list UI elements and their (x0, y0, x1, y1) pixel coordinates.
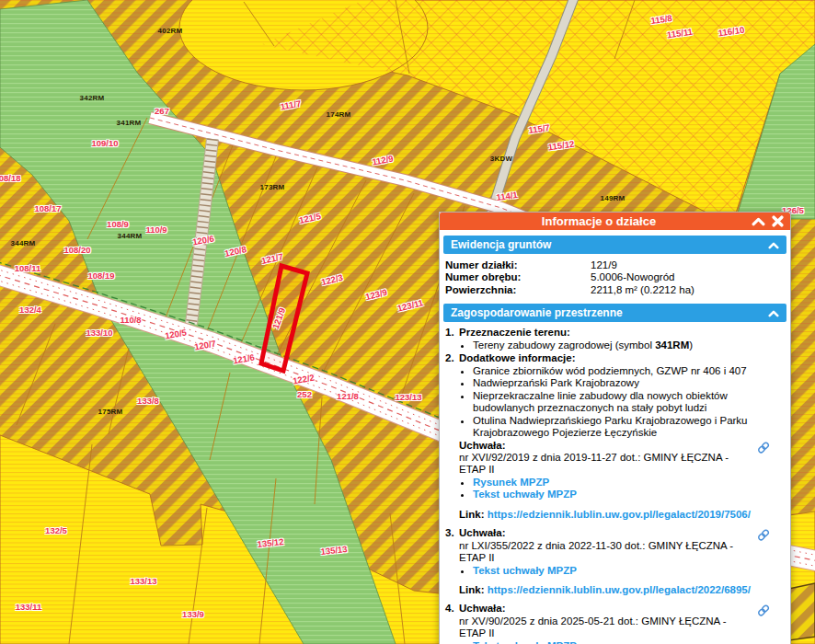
parcel-info-panel: Informacje o działce Ewidencja gruntów N… (439, 212, 791, 644)
zoning-entry: 1.Przeznaczenie terenu:Tereny zabudowy z… (445, 327, 785, 351)
section-zoning-title: Zagospodarowanie przestrzenne (451, 306, 768, 319)
resolution-heading: Uchwała: (459, 603, 755, 615)
zoning-list: 1.Przeznaczenie terenu:Tereny zabudowy z… (443, 326, 786, 644)
mpzp-link-item: Tekst uchwały MPZP (473, 489, 755, 500)
chevron-up-icon[interactable] (768, 309, 779, 317)
field-label: Powierzchnia: (445, 284, 591, 296)
entry-number: 1. (445, 327, 459, 351)
ewidencja-rows: Numer działki:121/9Numer obrębu:5.0006-N… (443, 258, 786, 302)
field-value: 121/9 (591, 259, 785, 271)
link-icon[interactable] (757, 441, 770, 454)
field-value: 5.0006-Nowogród (591, 271, 785, 283)
legal-act-link-row: Link: https://edziennik.lublin.uw.gov.pl… (459, 509, 755, 521)
entry-number: 4. (445, 603, 459, 644)
panel-header: Informacje o działce (440, 213, 790, 230)
ewidencja-row: Numer obrębu:5.0006-Nowogród (445, 271, 785, 283)
chevron-up-icon[interactable] (768, 241, 779, 249)
entry-bullet: Nieprzekraczalne linie zabudowy dla nowy… (473, 390, 768, 415)
mpzp-link[interactable]: Tekst uchwały MPZP (473, 640, 577, 644)
field-value: 2211,8 m² (0.2212 ha) (591, 284, 785, 296)
mpzp-link[interactable]: Tekst uchwały MPZP (473, 489, 577, 500)
close-icon[interactable] (772, 215, 784, 227)
mpzp-link-item: Rysunek MPZP (473, 477, 755, 489)
section-zoning-header[interactable]: Zagospodarowanie przestrzenne (443, 304, 786, 322)
resolution-heading: Uchwała: (459, 527, 755, 539)
zoning-entry: 4.Uchwała:nr XV/90/2025 z dnia 2025-05-2… (445, 603, 785, 644)
link-icon[interactable] (757, 528, 770, 542)
entry-number: 3. (445, 527, 459, 602)
zoning-entry: 2.Dodatkowe informacje:Granice zbiornikó… (445, 352, 785, 526)
entry-bullet: Tereny zabudowy zagrodowej (symbol 341RM… (473, 339, 768, 351)
entry-number: 2. (445, 352, 459, 526)
collapse-icon[interactable] (752, 216, 765, 226)
field-label: Numer obrębu: (445, 271, 591, 283)
ewidencja-row: Numer działki:121/9 (445, 259, 785, 271)
panel-title: Informacje o działce (446, 214, 752, 228)
zoning-entry: 3.Uchwała:nr LXI/355/2022 z dnia 2022-11… (445, 527, 785, 602)
legal-act-link[interactable]: https://edziennik.lublin.uw.gov.pl/legal… (488, 509, 751, 520)
resolution-number-line: nr XVI/92/2019 z dnia 2019-11-27 dot.: G… (459, 452, 755, 477)
resolution-number-line: nr LXI/355/2022 z dnia 2022-11-30 dot.: … (459, 540, 755, 565)
mpzp-link[interactable]: Rysunek MPZP (473, 477, 549, 488)
map-app-screen: 402RM342RM341RM174RM173RM3KDW149RM344RM3… (0, 0, 815, 644)
section-ewidencja-header[interactable]: Ewidencja gruntów (443, 236, 786, 254)
entry-bullet: Otulina Nadwieprzańskiego Parku Krajobra… (473, 415, 768, 440)
resolution-heading: Uchwała: (459, 440, 755, 452)
mpzp-link-item: Tekst uchwały MPZP (473, 640, 755, 644)
entry-bullet: Granice zbiorników wód podziemnych, GZWP… (473, 365, 768, 377)
legal-act-link[interactable]: https://edziennik.lublin.uw.gov.pl/legal… (488, 584, 751, 595)
legal-act-link-row: Link: https://edziennik.lublin.uw.gov.pl… (459, 584, 755, 596)
mpzp-link-item: Tekst uchwały MPZP (473, 565, 755, 577)
entry-heading: Przeznaczenie terenu: (459, 327, 768, 339)
section-ewidencja-title: Ewidencja gruntów (451, 238, 768, 251)
entry-bullet: Nadwieprzański Park Krajobrazowy (473, 377, 768, 389)
ewidencja-row: Powierzchnia:2211,8 m² (0.2212 ha) (445, 284, 785, 296)
entry-heading: Dodatkowe informacje: (459, 352, 768, 364)
link-icon[interactable] (757, 604, 770, 617)
field-label: Numer działki: (445, 259, 591, 271)
resolution-number-line: nr XV/90/2025 z dnia 2025-05-21 dot.: GM… (459, 615, 755, 640)
resolution-block: Uchwała:nr XVI/92/2019 z dnia 2019-11-27… (459, 440, 768, 522)
mpzp-link[interactable]: Tekst uchwały MPZP (473, 565, 577, 576)
